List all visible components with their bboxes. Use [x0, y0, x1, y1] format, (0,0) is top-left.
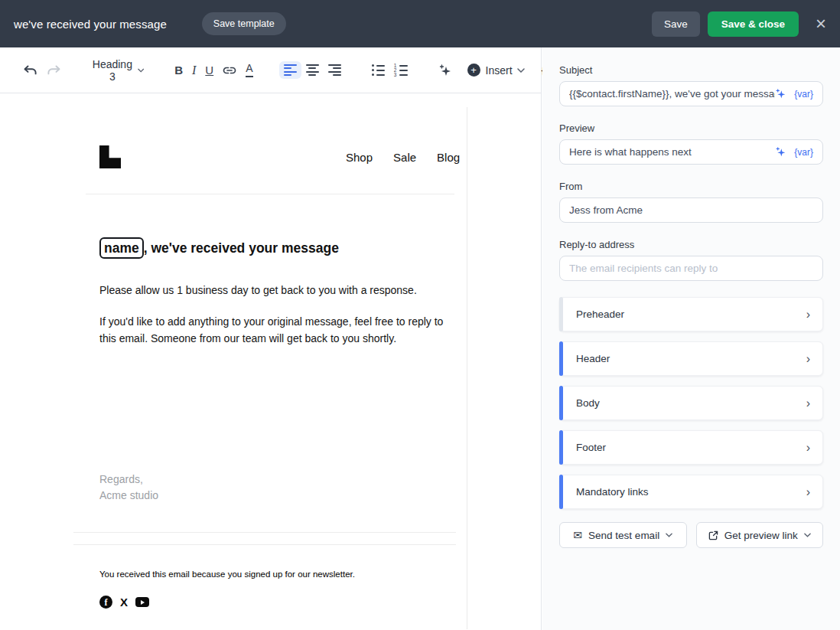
section-card-header[interactable]: Header › [559, 341, 823, 376]
section-card-footer[interactable]: Footer › [559, 430, 823, 465]
nav-link-sale[interactable]: Sale [393, 151, 416, 164]
save-template-button[interactable]: Save template [202, 12, 286, 35]
footer-note[interactable]: You received this email because you sign… [99, 570, 355, 579]
chevron-right-icon: › [806, 308, 810, 321]
send-test-email-button[interactable]: ✉ Send test email [559, 522, 687, 548]
italic-button[interactable]: I [187, 60, 200, 80]
nav-link-blog[interactable]: Blog [437, 151, 460, 164]
subject-input[interactable]: {{$contact.firstName}}, we've got your m… [559, 81, 823, 106]
bold-button[interactable]: B [170, 60, 187, 80]
chevron-right-icon: › [806, 486, 810, 498]
variable-button[interactable]: {var} [794, 147, 813, 158]
section-card-label: Footer [576, 442, 606, 453]
close-icon[interactable]: × [816, 15, 826, 33]
social-icons-row: f X [99, 596, 149, 609]
redo-icon[interactable] [42, 61, 66, 80]
section-card-label: Body [576, 397, 600, 409]
chevron-down-icon [804, 533, 811, 537]
preview-label: Preview [559, 122, 823, 134]
from-value: Jess from Acme [569, 204, 813, 216]
email-paragraph[interactable]: If you'd like to add anything to your or… [99, 314, 453, 347]
facebook-icon[interactable]: f [99, 596, 112, 609]
envelope-icon: ✉ [573, 530, 582, 540]
plus-circle-icon: + [467, 64, 480, 77]
heading-style-label: Heading 3 [92, 58, 133, 83]
align-center-glyph [306, 64, 319, 77]
text-color-button[interactable]: A [241, 60, 257, 80]
section-card-body[interactable]: Body › [559, 386, 823, 420]
bullet-list-glyph [372, 64, 385, 76]
signature-line: Regards, [99, 472, 158, 488]
link-icon[interactable] [218, 62, 241, 79]
section-divider [73, 544, 456, 545]
numbered-list-icon[interactable]: 1 2 3 [389, 61, 412, 79]
section-card-preheader[interactable]: Preheader › [559, 297, 823, 331]
email-heading[interactable]: name , we've received your message [99, 237, 339, 259]
insert-label: Insert [486, 64, 513, 77]
reply-to-label: Reply-to address [559, 239, 823, 250]
insert-dropdown[interactable]: + Insert [463, 60, 529, 80]
nav-link-shop[interactable]: Shop [346, 151, 373, 164]
get-preview-link-button[interactable]: Get preview link [696, 522, 824, 548]
youtube-icon[interactable] [135, 597, 149, 607]
section-accent-bar [559, 297, 563, 331]
chevron-down-icon [666, 533, 672, 537]
save-and-close-button[interactable]: Save & close [708, 11, 799, 37]
subject-value: {{$contact.firstName}}, we've got your m… [569, 88, 775, 100]
heading-style-dropdown[interactable]: Heading 3 [87, 55, 148, 86]
align-left-glyph [284, 64, 297, 77]
align-right-icon[interactable] [324, 61, 346, 80]
section-card-label: Mandatory links [576, 486, 649, 498]
email-paragraph[interactable]: Please allow us 1 business day to get ba… [99, 282, 467, 299]
section-accent-bar [559, 430, 563, 465]
from-input[interactable]: Jess from Acme [559, 197, 823, 223]
reply-to-placeholder: The email recipients can reply to [569, 263, 813, 274]
ai-sparkle-icon[interactable] [434, 60, 457, 80]
external-link-icon [708, 530, 718, 540]
brand-logo [99, 145, 121, 168]
chevron-right-icon: › [806, 442, 810, 454]
align-center-icon[interactable] [301, 61, 324, 80]
merge-tag-chip[interactable]: name [99, 237, 144, 259]
section-divider [73, 532, 456, 533]
reply-to-input[interactable]: The email recipients can reply to [559, 256, 823, 281]
topbar: we've received your message Save templat… [0, 0, 840, 47]
numbered-list-glyph: 1 2 3 [394, 64, 408, 76]
section-card-mandatory-links[interactable]: Mandatory links › [559, 475, 823, 509]
align-right-glyph [328, 64, 341, 77]
undo-icon[interactable] [18, 61, 42, 80]
ai-sparkle-icon[interactable] [775, 146, 786, 158]
save-button[interactable]: Save [652, 11, 700, 37]
email-signature[interactable]: Regards, Acme studio [99, 472, 158, 504]
from-label: From [559, 181, 823, 192]
section-list: Preheader › Header › Body › Footer › Man… [559, 297, 823, 509]
underline-button[interactable]: U [200, 60, 218, 80]
template-title: we've received your message [14, 18, 167, 31]
send-test-label: Send test email [588, 530, 659, 541]
section-divider [86, 194, 454, 194]
ai-sparkle-icon[interactable] [775, 88, 786, 100]
email-template-editor: we've received your message Save templat… [0, 0, 840, 630]
chevron-right-icon: › [806, 353, 810, 365]
text-color-glyph: A [246, 63, 252, 77]
section-accent-bar [559, 386, 563, 420]
align-left-icon[interactable] [279, 61, 301, 80]
x-twitter-icon[interactable]: X [120, 596, 128, 609]
settings-sidebar: Subject {{$contact.firstName}}, we've go… [542, 47, 840, 630]
section-accent-bar [559, 475, 563, 509]
signature-line: Acme studio [99, 488, 158, 504]
topbar-actions: Save Save & close × [652, 11, 826, 37]
bullet-list-icon[interactable] [367, 61, 389, 79]
chevron-right-icon: › [806, 397, 810, 410]
email-heading-text: , we've received your message [144, 240, 339, 256]
section-card-label: Header [576, 353, 610, 364]
chevron-down-icon [138, 68, 144, 73]
italic-glyph: I [192, 64, 196, 77]
email-nav: Shop Sale Blog [346, 151, 460, 164]
sidebar-actions: ✉ Send test email Get preview link [559, 522, 823, 548]
email-canvas[interactable]: Shop Sale Blog name , we've received you… [0, 93, 541, 629]
canvas-right-edge [467, 107, 467, 629]
bold-glyph: B [174, 64, 183, 77]
preview-input[interactable]: Here is what happens next {var} [559, 139, 823, 165]
variable-button[interactable]: {var} [794, 89, 813, 100]
